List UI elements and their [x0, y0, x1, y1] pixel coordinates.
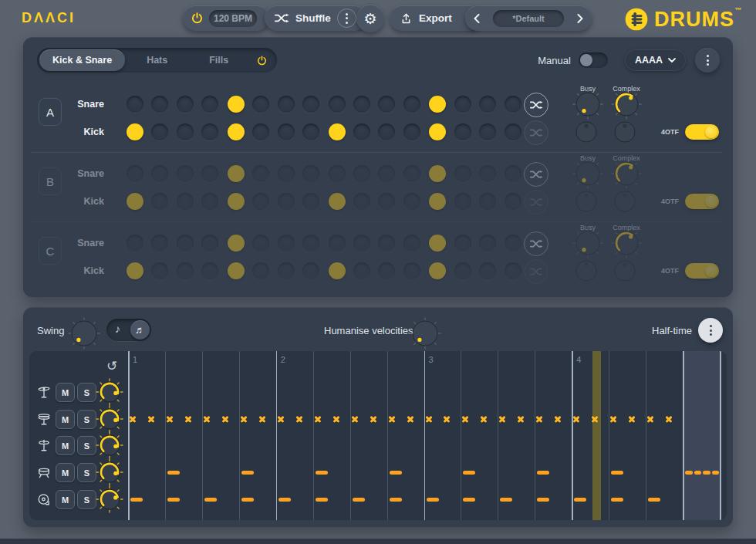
hihat-hit[interactable]	[480, 415, 488, 423]
shuffle-menu-button[interactable]	[337, 8, 356, 28]
step-kick-4[interactable]	[201, 123, 218, 140]
step-snare-1[interactable]	[127, 165, 143, 182]
busy-knob[interactable]	[572, 158, 603, 189]
step-kick-3[interactable]	[177, 262, 194, 279]
kick-drum-hit[interactable]	[537, 498, 549, 502]
humanise-velocities-knob[interactable]	[409, 317, 441, 350]
kick-drum-hit[interactable]	[390, 498, 402, 502]
step-kick-13[interactable]	[429, 193, 446, 210]
hihat-hit[interactable]	[203, 415, 211, 423]
step-kick-12[interactable]	[403, 193, 420, 210]
hihat-hit[interactable]	[517, 415, 525, 423]
power-icon[interactable]	[191, 12, 204, 25]
step-kick-7[interactable]	[278, 123, 295, 140]
step-snare-9[interactable]	[329, 235, 346, 252]
level-knob-ride-cymbal[interactable]	[96, 431, 123, 459]
hihat-hit[interactable]	[258, 415, 266, 423]
tab-kick-snare[interactable]: Kick & Snare	[39, 49, 125, 71]
snare-drum-hit[interactable]	[167, 471, 180, 475]
step-snare-16[interactable]	[505, 235, 521, 252]
step-kick-16[interactable]	[505, 193, 521, 210]
row-shuffle-button-snare[interactable]	[524, 162, 548, 187]
step-snare-12[interactable]	[403, 96, 420, 113]
step-snare-7[interactable]	[278, 96, 295, 113]
spare-knob-2[interactable]	[611, 257, 639, 285]
step-snare-14[interactable]	[454, 165, 471, 182]
step-kick-5[interactable]	[228, 262, 245, 279]
step-snare-12[interactable]	[403, 165, 420, 182]
kick-drum-hit[interactable]	[278, 498, 291, 502]
kick-drum-hit[interactable]	[427, 498, 439, 502]
step-kick-7[interactable]	[278, 193, 295, 210]
shuffle-button[interactable]: Shuffle	[265, 5, 366, 31]
level-knob-hihat[interactable]	[96, 405, 123, 433]
snare-drum-hit[interactable]	[537, 471, 549, 475]
step-kick-10[interactable]	[353, 262, 370, 279]
groove-grid[interactable]: 1234↺MSMSMSMSMS	[29, 351, 727, 520]
hihat-hit[interactable]	[591, 415, 599, 423]
step-kick-15[interactable]	[479, 193, 496, 210]
step-snare-4[interactable]	[201, 235, 218, 252]
step-snare-8[interactable]	[302, 165, 319, 182]
step-snare-16[interactable]	[505, 165, 521, 182]
step-snare-10[interactable]	[353, 96, 370, 113]
mute-button-snare-drum[interactable]: M	[56, 463, 75, 482]
step-snare-10[interactable]	[353, 165, 370, 182]
step-kick-14[interactable]	[454, 262, 471, 279]
spare-knob-2[interactable]	[611, 118, 639, 146]
hihat-hit[interactable]	[388, 415, 396, 423]
step-snare-11[interactable]	[378, 165, 395, 182]
snare-drum-fill-hit[interactable]	[703, 471, 710, 475]
kick-drum-hit[interactable]	[648, 498, 660, 502]
hihat-hit[interactable]	[665, 415, 673, 423]
kick-drum-hit[interactable]	[316, 498, 328, 502]
step-kick-12[interactable]	[403, 123, 420, 140]
hihat-hit[interactable]	[609, 415, 617, 423]
variation-select[interactable]: AAAA	[625, 49, 686, 71]
hihat-hit[interactable]	[535, 415, 543, 423]
hihat-hit[interactable]	[221, 415, 229, 423]
step-kick-15[interactable]	[479, 123, 496, 140]
step-snare-5[interactable]	[228, 165, 245, 182]
undo-icon[interactable]: ↺	[106, 360, 117, 373]
hihat-hit[interactable]	[129, 415, 137, 423]
snare-drum-hit[interactable]	[611, 471, 623, 475]
hihat-hit[interactable]	[184, 415, 192, 423]
step-snare-9[interactable]	[329, 96, 346, 113]
hihat-hit[interactable]	[498, 415, 506, 423]
row-shuffle-button-kick[interactable]	[524, 120, 548, 145]
step-snare-12[interactable]	[403, 235, 420, 252]
step-snare-7[interactable]	[278, 165, 295, 182]
step-kick-11[interactable]	[378, 193, 395, 210]
kick-drum-hit[interactable]	[611, 498, 623, 502]
solo-button-hihat[interactable]: S	[77, 410, 96, 429]
snare-drum-fill-hit[interactable]	[694, 471, 702, 475]
step-kick-2[interactable]	[151, 193, 168, 210]
kick-drum-hit[interactable]	[500, 498, 512, 502]
hihat-hit[interactable]	[240, 415, 248, 423]
step-snare-14[interactable]	[454, 96, 471, 113]
step-snare-16[interactable]	[505, 96, 521, 113]
manual-toggle[interactable]	[579, 52, 608, 68]
step-snare-15[interactable]	[479, 96, 496, 113]
step-kick-2[interactable]	[151, 262, 168, 279]
hihat-hit[interactable]	[351, 415, 359, 423]
step-kick-7[interactable]	[278, 262, 295, 279]
hihat-hit[interactable]	[314, 415, 322, 423]
step-snare-6[interactable]	[252, 96, 269, 113]
step-snare-15[interactable]	[479, 235, 496, 252]
step-snare-1[interactable]	[127, 96, 143, 113]
preset-prev-button[interactable]	[474, 14, 480, 23]
solo-button-crash-cymbal[interactable]: S	[77, 383, 96, 402]
busy-knob[interactable]	[572, 89, 603, 120]
kick-drum-hit[interactable]	[574, 498, 586, 502]
hihat-hit[interactable]	[572, 415, 580, 423]
step-kick-1[interactable]	[127, 123, 143, 140]
step-snare-14[interactable]	[454, 235, 471, 252]
step-snare-13[interactable]	[429, 96, 446, 113]
step-kick-4[interactable]	[201, 193, 218, 210]
swing-knob[interactable]	[68, 317, 100, 350]
step-kick-10[interactable]	[353, 123, 370, 140]
step-kick-1[interactable]	[127, 193, 143, 210]
kick-drum-hit[interactable]	[130, 498, 143, 502]
